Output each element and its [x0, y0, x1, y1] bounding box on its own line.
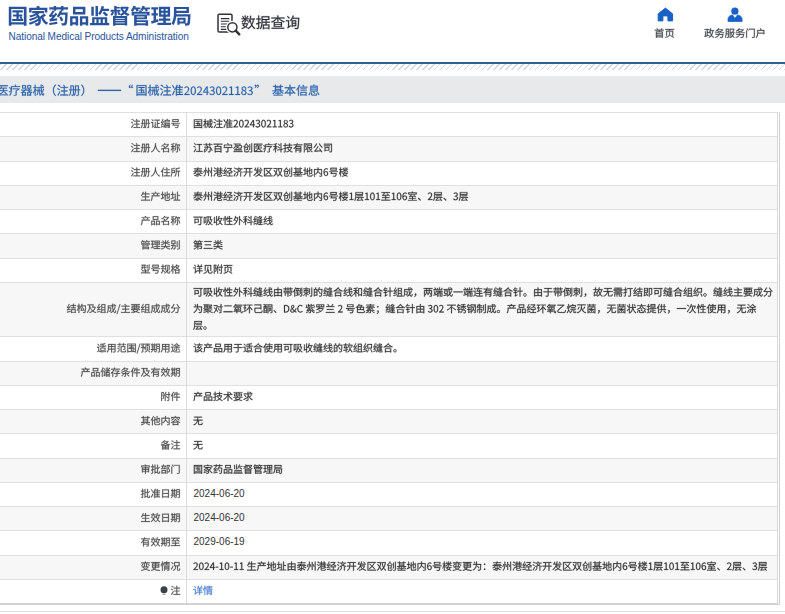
svg-text:2024-06-20: 2024-06-20	[194, 488, 246, 499]
svg-text:2024-06-20: 2024-06-20	[194, 512, 246, 523]
svg-text:2029-06-19: 2029-06-19	[194, 536, 246, 547]
svg-text:National Medical Products Admi: National Medical Products Administration	[9, 31, 189, 42]
